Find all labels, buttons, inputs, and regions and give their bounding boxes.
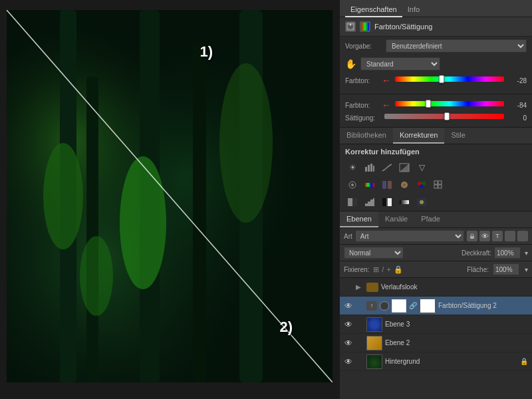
tab-bibliotheken[interactable]: Bibliotheken xyxy=(340,128,393,144)
svg-rect-50 xyxy=(470,236,474,239)
opacity-label: Deckkraft: xyxy=(462,249,491,257)
svg-rect-17 xyxy=(361,23,369,31)
gradient-map-icon[interactable] xyxy=(397,195,412,209)
right-panel: Eigenschaften Info xyxy=(339,0,532,399)
fix-artboard-icon[interactable]: + xyxy=(386,265,390,274)
vorgabe-select[interactable]: Benutzerdefiniert xyxy=(386,39,527,53)
link2-icon[interactable] xyxy=(505,231,515,241)
farbton1-value: -28 xyxy=(507,77,527,84)
farbton2-value: -84 xyxy=(507,102,527,109)
farbton2-thumb[interactable] xyxy=(426,100,431,108)
layer-hintergrund[interactable]: 👁 ▶ Hintergrund 🔒 xyxy=(340,352,532,371)
canvas-area: 1) 2) xyxy=(0,0,339,399)
gradient-icon[interactable]: ▽ xyxy=(414,160,429,175)
svg-rect-28 xyxy=(388,181,392,189)
invert-icon[interactable] xyxy=(345,195,360,209)
visibility-ebene3[interactable]: 👁 xyxy=(344,320,353,329)
vibrance-icon[interactable] xyxy=(345,178,360,192)
corr-icons-row3 xyxy=(340,194,532,211)
layer-thumb-ebene2 xyxy=(366,336,382,350)
svg-marker-23 xyxy=(400,164,409,172)
layer-thumb-ebene3 xyxy=(366,317,382,332)
tab-eigenschaften[interactable]: Eigenschaften xyxy=(345,3,402,17)
selectivecolor-icon[interactable] xyxy=(414,195,429,209)
colorbalance-icon[interactable] xyxy=(380,178,394,192)
fix-all-icon[interactable]: 🔒 xyxy=(394,265,403,274)
svg-rect-42 xyxy=(370,200,373,206)
levels-icon[interactable] xyxy=(362,160,377,175)
visibility-farbtonsat2[interactable]: 👁 xyxy=(344,301,353,311)
layer-verlaufslook[interactable]: 👁 ▶ Verlaufslook xyxy=(340,278,532,297)
channel-select[interactable]: Standard xyxy=(360,57,440,70)
type-icon[interactable]: T xyxy=(492,231,503,241)
adjustment-icon xyxy=(345,21,356,32)
corr-title: Korrektur hinzufügen xyxy=(340,144,532,159)
threshold-icon[interactable] xyxy=(380,195,394,209)
more-icon[interactable] xyxy=(517,231,528,241)
corrections-tabs: Bibliotheken Korrekturen Stile xyxy=(340,127,532,144)
layers-panel: Ebenen Kanäle Pfade Art Art 👁 T xyxy=(340,211,532,399)
fx-icon: f xyxy=(366,301,377,311)
corrections-panel: Bibliotheken Korrekturen Stile Korrektur… xyxy=(340,127,532,211)
svg-rect-40 xyxy=(365,203,368,206)
visibility-icon[interactable]: 👁 xyxy=(479,231,490,241)
farbton1-track[interactable] xyxy=(395,76,504,84)
saettigung-value: 0 xyxy=(507,114,527,122)
properties-panel: Eigenschaften Info xyxy=(340,0,532,127)
visibility-hintergrund[interactable]: 👁 xyxy=(344,357,353,366)
layer-name-verlaufslook: Verlaufslook xyxy=(381,283,528,291)
svg-point-25 xyxy=(351,184,354,186)
art-select[interactable]: Art xyxy=(355,230,464,242)
tab-kanaele[interactable]: Kanäle xyxy=(378,211,414,227)
saettigung-thumb[interactable] xyxy=(444,112,450,120)
fill-arrow: ▾ xyxy=(525,266,528,273)
visibility-ebene2[interactable]: 👁 xyxy=(344,338,353,348)
layer-ebene2[interactable]: 👁 ▶ Ebene 2 xyxy=(340,334,532,352)
layers-list: 👁 ▶ Verlaufslook 👁 ▶ f 🔗 Farbton/Sätti xyxy=(340,278,532,399)
layers-tabs: Ebenen Kanäle Pfade xyxy=(340,211,532,228)
tab-ebenen[interactable]: Ebenen xyxy=(340,211,378,227)
opacity-input[interactable] xyxy=(494,247,521,259)
tab-stile[interactable]: Stile xyxy=(444,128,471,144)
farbton2-track[interactable] xyxy=(395,101,504,109)
panel-tabs: Eigenschaften Info xyxy=(340,0,532,17)
tab-pfade[interactable]: Pfade xyxy=(414,211,447,227)
grid-icon[interactable] xyxy=(432,178,446,192)
visibility-verlaufslook[interactable]: 👁 xyxy=(344,283,353,292)
svg-rect-35 xyxy=(438,181,442,184)
channelmixer-icon[interactable] xyxy=(414,178,429,192)
farbton2-arrow: ← xyxy=(382,100,391,110)
photofilter-icon[interactable] xyxy=(397,178,412,192)
saettigung-track[interactable] xyxy=(384,114,504,122)
svg-point-33 xyxy=(420,184,424,188)
svg-point-30 xyxy=(403,184,406,186)
prop-title: Farbton/Sättigung xyxy=(374,23,432,31)
farbton2-section: Farbton: ← -84 Sättigung: 0 xyxy=(340,97,532,127)
svg-rect-19 xyxy=(368,165,370,172)
lock-hintergrund-icon: 🔒 xyxy=(520,358,528,365)
separator1 xyxy=(340,94,532,94)
expand-verlaufslook[interactable]: ▶ xyxy=(356,283,364,291)
layer-farbtonsat2[interactable]: 👁 ▶ f 🔗 Farbton/Sättigung 2 xyxy=(340,297,532,315)
farbton2-label: Farbton: xyxy=(345,102,382,109)
fix-paint-icon[interactable]: / xyxy=(382,265,384,274)
art-label: Art xyxy=(344,233,352,240)
brightness-icon[interactable]: ☀ xyxy=(345,160,360,175)
svg-point-16 xyxy=(350,24,352,26)
hue-sat-corr-icon[interactable] xyxy=(362,178,377,192)
farbton1-thumb[interactable] xyxy=(439,75,444,83)
posterize-icon[interactable] xyxy=(362,195,377,209)
layer-ebene3[interactable]: 👁 ▶ Ebene 3 xyxy=(340,315,532,334)
fill-input[interactable] xyxy=(493,263,519,275)
lock-layer-icon[interactable] xyxy=(467,231,477,241)
tab-korrekturen[interactable]: Korrekturen xyxy=(393,128,444,144)
layer-name-ebene2: Ebene 2 xyxy=(385,339,528,346)
tab-info[interactable]: Info xyxy=(402,3,425,17)
blend-select[interactable]: Normal xyxy=(344,247,404,259)
prop-header: Farbton/Sättigung xyxy=(340,17,532,37)
svg-point-12 xyxy=(219,63,273,223)
curves-icon[interactable] xyxy=(380,160,394,175)
fix-position-icon[interactable]: ⊞ xyxy=(373,265,379,274)
circular-icon xyxy=(380,301,389,311)
exposure-icon[interactable] xyxy=(397,160,412,175)
